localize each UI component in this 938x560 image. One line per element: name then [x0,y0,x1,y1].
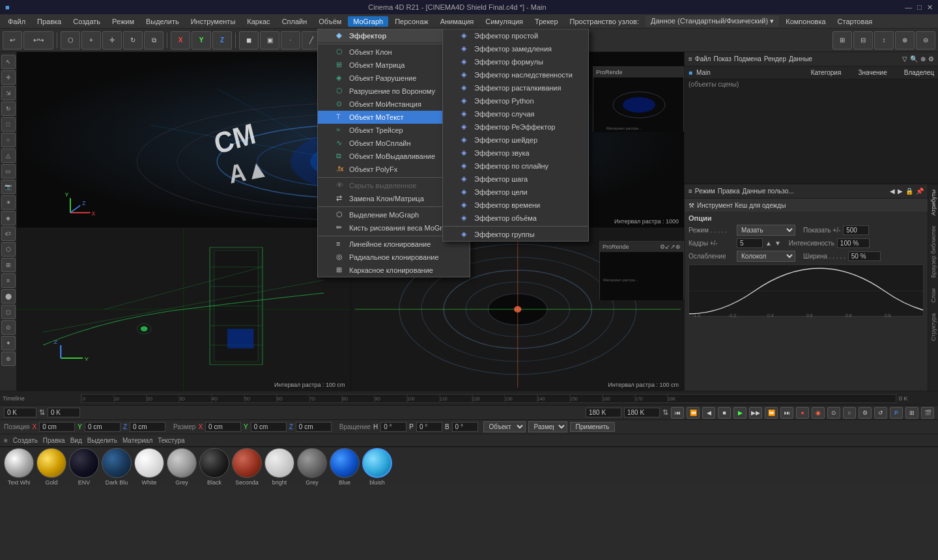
lt-cone[interactable]: △ [1,148,16,163]
menu-animate[interactable]: Анимация [435,16,479,27]
attr-dropdown-weak[interactable]: Колокол [737,251,795,262]
rotate-button[interactable]: ↻ [123,31,143,49]
rec-film[interactable]: 🎬 [921,407,934,419]
lt-sphere[interactable]: ○ [1,133,16,147]
coord-x-pos[interactable] [39,422,75,432]
lt-5[interactable]: ⬡ [1,242,16,257]
attr-fwd-icon[interactable]: ▶ [898,188,903,195]
rp-gear-icon[interactable]: ⚙ [928,55,934,63]
undo-button[interactable]: ↩ [3,31,22,49]
menu-mesh[interactable]: Каркас [242,16,275,27]
right-tb-5[interactable]: ⊖ [916,31,935,49]
menu-mograph[interactable]: MoGraph [348,16,388,27]
menu-create[interactable]: Создать [68,16,106,27]
attr-lock-icon[interactable]: 🔒 [905,188,913,195]
mat-item-bluish[interactable]: bluish [362,448,392,486]
attr-data[interactable]: Данные пользо... [742,188,793,195]
mat-item-gold[interactable]: Gold [36,448,66,486]
lt-6[interactable]: ⊞ [1,258,16,272]
eff-volume[interactable]: ◈ Эффектор объёма [443,212,588,225]
attr-input-frames[interactable] [737,238,763,248]
play-play[interactable]: ▶ [733,407,746,419]
mograph-gridclone[interactable]: ⊞ Каркасное клонирование [318,264,470,277]
menu-spline[interactable]: Сплайн [277,16,313,27]
eff-inherit[interactable]: ◈ Эффектор наследственности [443,68,588,81]
mat-edit[interactable]: Правка [43,437,65,444]
anim-spin2[interactable]: ⇅ [662,408,668,417]
attr-back-icon[interactable]: ◀ [890,188,895,195]
rp-more-icon[interactable]: ⊕ [920,55,926,63]
lt-8[interactable]: ⬤ [1,289,16,303]
attr-mode[interactable]: Режим [695,188,715,195]
mat-select[interactable]: Выделить [87,437,117,444]
axis-y-button[interactable]: Y [192,31,211,49]
lt-move[interactable]: ✛ [1,70,16,85]
viewport-bottom-left[interactable]: Вид Камеры Представление Настройки Фильт… [17,228,351,391]
rec-sel[interactable]: ○ [843,407,856,419]
mat-item-black[interactable]: Black [199,448,229,486]
lt-plane[interactable]: ▭ [1,164,16,178]
model-button[interactable]: ◼ [239,31,259,49]
rp-tab-render[interactable]: Рендер [764,55,786,63]
menu-tools[interactable]: Инструменты [186,16,241,27]
mat-item-blue[interactable]: Blue [330,448,360,486]
vp-menu-settings[interactable]: Настройки [119,55,151,62]
attr-dropdown-mode[interactable]: Мазать [737,225,795,236]
menu-character[interactable]: Персонаж [390,16,433,27]
eff-time[interactable]: ◈ Эффектор времени [443,199,588,212]
play-stop[interactable]: ■ [718,407,731,419]
lt-7[interactable]: ≡ [1,273,16,288]
anim-current-field[interactable] [48,408,80,417]
coord-z-pos[interactable] [130,422,165,432]
mat-item-textwhi[interactable]: Text Whi [4,448,34,486]
play-next[interactable]: ▶▶ [749,407,762,419]
rtab-library[interactable]: Браузер библиотек [929,221,938,283]
mat-item-grey2[interactable]: Grey [297,448,327,486]
attr-edit[interactable]: Правка [718,188,740,195]
eff-random[interactable]: ◈ Эффектор случая [443,107,588,120]
minimize-button[interactable]: — [905,3,912,12]
rec-loop[interactable]: ↺ [874,407,887,419]
axis-x-button[interactable]: X [171,31,190,49]
effector-submenu-menu[interactable]: ◈ Эффектор простой ◈ Эффектор замедления… [442,29,589,242]
lt-camera[interactable]: 📷 [1,180,16,194]
lt-select[interactable]: ↖ [1,55,16,69]
axis-z-button[interactable]: Z [212,31,232,49]
vp-menu-represent[interactable]: Представление [67,55,114,62]
mat-menu-icon[interactable]: ≡ [4,437,8,444]
rtab-attributes[interactable]: Атрибуты [929,184,938,221]
move-button[interactable]: ✛ [102,31,122,49]
eff-push[interactable]: ◈ Эффектор расталкивания [443,81,588,94]
eff-re[interactable]: ◈ Эффектор РеЭффектор [443,120,588,133]
mat-item-grey1[interactable]: Grey [167,448,197,486]
play-prev-frame[interactable]: ⏪ [687,407,700,419]
rp-tab-file[interactable]: Файл [695,55,711,63]
lt-material[interactable]: ◈ [1,211,16,225]
menu-startup[interactable]: Стартовая [832,16,878,27]
menu-edit[interactable]: Правка [32,16,66,27]
menu-volume[interactable]: Объём [313,16,347,27]
window-controls[interactable]: — □ ✕ [905,3,933,12]
menu-select[interactable]: Выделить [141,16,184,27]
play-next-frame[interactable]: ⏩ [765,407,778,419]
rp-tab-data[interactable]: Данные [789,55,812,63]
coord-h-rot[interactable] [380,422,406,432]
right-tb-1[interactable]: ⊞ [832,31,852,49]
eff-spline[interactable]: ◈ Эффектор по сплайну [443,160,588,173]
timeline-track[interactable]: 0 10 2D 3D 4D 5D 6D 7D 8D 9D 100 110 120… [81,394,896,403]
menu-simulate[interactable]: Симуляция [480,16,528,27]
lt-light[interactable]: ☀ [1,195,16,210]
vp-menu-filter[interactable]: Фильтр [156,55,178,62]
attr-menu-icon[interactable]: ≡ [689,188,692,195]
rec-grid[interactable]: ⊞ [905,407,918,419]
anim-start-field[interactable] [4,408,36,417]
maximize-button[interactable]: □ [917,3,922,12]
eff-sound[interactable]: ◈ Эффектор звука [443,147,588,160]
point-button[interactable]: · [281,31,300,49]
attr-pin-icon[interactable]: 📌 [916,188,924,195]
mat-view[interactable]: Вид [70,437,82,444]
vp-settings-icon[interactable]: ⚙ [674,55,680,62]
vp-menu-prore[interactable]: ProRe [211,55,229,62]
eff-step[interactable]: ◈ Эффектор шага [443,173,588,186]
lt-9[interactable]: ◻ [1,305,16,319]
